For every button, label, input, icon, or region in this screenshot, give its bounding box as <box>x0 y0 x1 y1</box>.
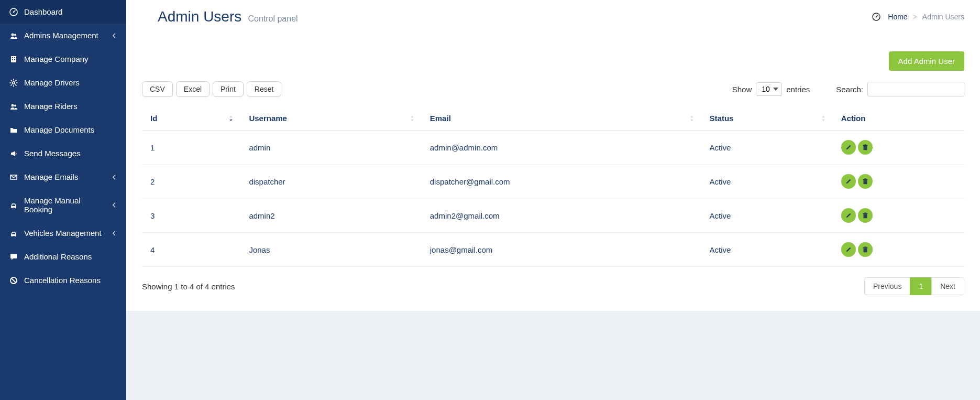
cell-action <box>833 131 964 165</box>
sidebar-item-admins-management[interactable]: Admins Management <box>0 24 126 47</box>
delete-button[interactable] <box>858 208 873 223</box>
dashboard-icon <box>8 8 19 16</box>
users-icon <box>8 31 19 40</box>
gear-icon <box>8 79 19 87</box>
cell-email: jonas@gmail.com <box>422 233 701 267</box>
sort-icon <box>228 115 234 122</box>
table-row: 4Jonasjonas@gmail.comActive <box>142 233 964 267</box>
sidebar-item-vehicles-management[interactable]: Vehicles Management <box>0 221 126 245</box>
show-label: Show <box>732 85 752 94</box>
sidebar-item-additional-reasons[interactable]: Additional Reasons <box>0 245 126 268</box>
print-button[interactable]: Print <box>213 81 244 97</box>
sort-icon <box>409 115 415 122</box>
edit-button[interactable] <box>841 208 856 223</box>
cell-id: 4 <box>142 233 240 267</box>
sidebar-item-label: Manage Company <box>24 55 118 63</box>
content-body: Add Admin User CSV Excel Print Reset Sho… <box>126 36 980 311</box>
sort-icon <box>689 115 695 122</box>
delete-button[interactable] <box>858 140 873 155</box>
cell-action <box>833 233 964 267</box>
car-icon <box>8 229 19 237</box>
sidebar-item-label: Admins Management <box>24 31 111 40</box>
edit-button[interactable] <box>841 174 856 189</box>
sidebar-item-label: Send Messages <box>24 149 118 158</box>
cell-username: admin2 <box>240 199 421 233</box>
edit-button[interactable] <box>841 242 856 257</box>
sidebar-item-manage-riders[interactable]: Manage Riders <box>0 94 126 118</box>
table-row: 3admin2admin2@gmail.comActive <box>142 199 964 233</box>
cell-action <box>833 199 964 233</box>
breadcrumb-current: Admin Users <box>922 13 964 21</box>
sidebar-item-label: Vehicles Management <box>24 229 111 237</box>
users-icon <box>8 102 19 111</box>
sidebar-item-label: Manage Drivers <box>24 78 118 87</box>
main-content: Admin Users Control panel Home > Admin U… <box>126 0 980 400</box>
sidebar-item-send-messages[interactable]: Send Messages <box>0 142 126 165</box>
cell-email: admin2@gmail.com <box>422 199 701 233</box>
cell-id: 2 <box>142 165 240 199</box>
sort-icon <box>820 115 827 122</box>
cell-status: Active <box>701 131 833 165</box>
sidebar-item-label: Manage Manual Booking <box>24 196 111 214</box>
breadcrumb-separator: > <box>913 13 917 21</box>
sidebar-item-manage-emails[interactable]: Manage Emails <box>0 165 126 189</box>
chevron-left-icon <box>111 230 118 237</box>
search-input[interactable] <box>867 82 964 96</box>
sidebar-item-label: Manage Riders <box>24 102 118 111</box>
column-header-username[interactable]: Username <box>240 106 421 131</box>
column-header-id[interactable]: Id <box>142 106 240 131</box>
pagination: Previous 1 Next <box>864 277 964 295</box>
table-info: Showing 1 to 4 of 4 entries <box>142 282 235 291</box>
column-header-status[interactable]: Status <box>701 106 833 131</box>
cell-email: dispatcher@gmail.com <box>422 165 701 199</box>
add-admin-user-button[interactable]: Add Admin User <box>889 51 964 71</box>
sidebar-item-dashboard[interactable]: Dashboard <box>0 0 126 24</box>
table-toolbar: CSV Excel Print Reset Show 10 entries Se… <box>142 81 964 97</box>
cell-id: 1 <box>142 131 240 165</box>
cell-username: dispatcher <box>240 165 421 199</box>
sidebar-item-manage-company[interactable]: Manage Company <box>0 47 126 71</box>
sidebar-item-manage-drivers[interactable]: Manage Drivers <box>0 71 126 94</box>
pagination-previous[interactable]: Previous <box>864 277 910 295</box>
export-excel-button[interactable]: Excel <box>176 81 210 97</box>
chevron-left-icon <box>111 174 118 181</box>
edit-button[interactable] <box>841 140 856 155</box>
table-footer: Showing 1 to 4 of 4 entries Previous 1 N… <box>142 277 964 295</box>
sidebar-item-label: Cancellation Reasons <box>24 276 118 285</box>
breadcrumb-home[interactable]: Home <box>888 13 907 21</box>
pagination-next[interactable]: Next <box>931 277 964 295</box>
reset-button[interactable]: Reset <box>247 81 282 97</box>
pagination-page-1[interactable]: 1 <box>910 277 932 295</box>
column-header-action: Action <box>833 106 964 131</box>
column-header-email[interactable]: Email <box>422 106 701 131</box>
delete-button[interactable] <box>858 242 873 257</box>
dashboard-icon <box>872 13 880 21</box>
cell-status: Active <box>701 233 833 267</box>
sidebar-item-manage-documents[interactable]: Manage Documents <box>0 118 126 142</box>
envelope-icon <box>8 173 19 181</box>
page-subtitle: Control panel <box>248 14 298 23</box>
page-length-select[interactable]: 10 <box>756 82 782 96</box>
sidebar-item-cancellation-reasons[interactable]: Cancellation Reasons <box>0 268 126 292</box>
sidebar-item-manage-manual-booking[interactable]: Manage Manual Booking <box>0 189 126 221</box>
chevron-left-icon <box>111 201 118 209</box>
building-icon <box>8 55 19 63</box>
top-actions: Add Admin User <box>142 46 964 81</box>
delete-button[interactable] <box>858 174 873 189</box>
cell-id: 3 <box>142 199 240 233</box>
table-row: 2dispatcherdispatcher@gmail.comActive <box>142 165 964 199</box>
cell-email: admin@admin.com <box>422 131 701 165</box>
sidebar-item-label: Manage Emails <box>24 172 111 181</box>
sidebar-item-label: Manage Documents <box>24 125 118 134</box>
sidebar: DashboardAdmins ManagementManage Company… <box>0 0 126 400</box>
folder-icon <box>8 126 19 134</box>
export-csv-button[interactable]: CSV <box>142 81 173 97</box>
cell-username: Jonas <box>240 233 421 267</box>
chevron-left-icon <box>111 32 118 39</box>
entries-label: entries <box>786 85 810 94</box>
table-row: 1adminadmin@admin.comActive <box>142 131 964 165</box>
sidebar-item-label: Dashboard <box>24 7 118 16</box>
cell-username: admin <box>240 131 421 165</box>
admin-users-table: Id Username Email Status <box>142 106 964 267</box>
cell-status: Active <box>701 165 833 199</box>
